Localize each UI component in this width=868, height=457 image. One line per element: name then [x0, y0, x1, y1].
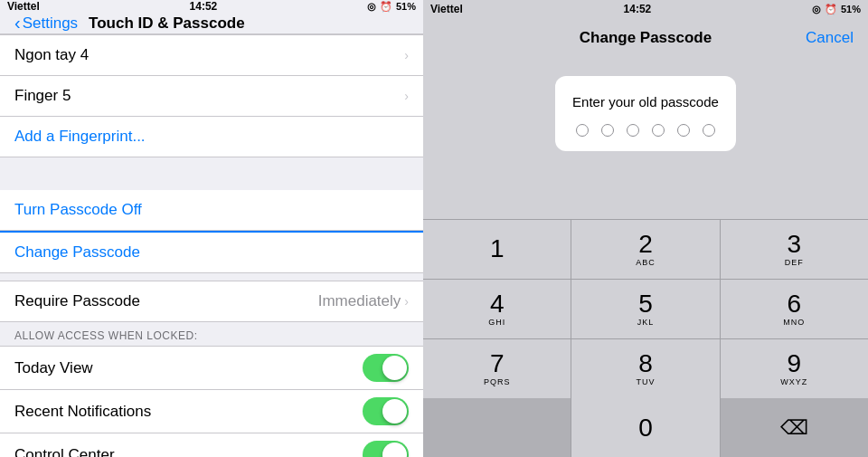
passcode-dot-5 — [677, 124, 690, 137]
finger-5-row[interactable]: Finger 5 › — [0, 76, 423, 117]
numpad-key-1[interactable]: 1 — [423, 220, 571, 279]
cancel-button[interactable]: Cancel — [806, 29, 854, 47]
time-left: 14:52 — [190, 0, 218, 13]
require-value-container: Immediately › — [318, 292, 409, 310]
status-icons-left: ◎ ⏰ 51% — [367, 1, 416, 13]
numpad-key-9-number: 9 — [788, 351, 802, 376]
control-center-toggle[interactable] — [363, 441, 409, 457]
numpad-key-6-number: 6 — [788, 291, 802, 317]
require-passcode-value: Immediately — [318, 292, 401, 310]
control-center-label: Control Center — [14, 446, 115, 458]
numpad: 1 2 ABC 3 DEF 4 GHI 5 JKL 6 MNO 7 PQRS 8 — [423, 219, 868, 398]
today-view-label: Today View — [14, 359, 93, 377]
status-bar-right: Viettel 14:52 ◎ ⏰ 51% — [423, 0, 868, 18]
settings-list: Ngon tay 4 › Finger 5 › Add a Fingerprin… — [0, 34, 423, 457]
back-button[interactable]: ‹ Settings — [14, 13, 78, 33]
passcode-dot-2 — [601, 124, 614, 137]
passcode-dialog: Enter your old passcode — [555, 76, 736, 151]
recent-notifications-toggle[interactable] — [363, 397, 409, 425]
location-icon-left: ◎ — [367, 1, 376, 13]
passcode-dot-4 — [652, 124, 665, 137]
passcode-dot-6 — [703, 124, 715, 137]
require-passcode-chevron-icon: › — [404, 294, 409, 309]
recent-notifications-label: Recent Notifications — [14, 403, 151, 421]
numpad-key-4-letters: GHI — [488, 318, 505, 327]
control-center-row[interactable]: Control Center — [0, 433, 423, 457]
carrier-left: Viettel — [7, 0, 40, 13]
change-passcode-row[interactable]: Change Passcode — [0, 231, 423, 273]
time-right: 14:52 — [624, 3, 652, 15]
battery-right: 51% — [841, 4, 861, 14]
battery-left: 51% — [396, 1, 416, 12]
add-fingerprint-label: Add a Fingerprint... — [14, 128, 146, 146]
numpad-key-3[interactable]: 3 DEF — [721, 220, 868, 279]
numpad-empty-key — [423, 398, 571, 457]
back-label[interactable]: Settings — [23, 14, 78, 33]
numpad-key-6-letters: MNO — [783, 318, 805, 327]
add-fingerprint-row[interactable]: Add a Fingerprint... — [0, 117, 423, 157]
numpad-key-3-number: 3 — [788, 232, 802, 257]
nav-title-right: Change Passcode — [580, 29, 712, 47]
numpad-bottom-row: 0 ⌫ — [423, 398, 868, 457]
nav-title-left: Touch ID & Passcode — [89, 14, 245, 33]
control-center-toggle-knob — [382, 443, 407, 457]
nav-bar-left: ‹ Settings Touch ID & Passcode — [0, 13, 423, 34]
numpad-key-0-number: 0 — [638, 415, 653, 441]
numpad-key-5-number: 5 — [638, 291, 653, 317]
require-passcode-label: Require Passcode — [14, 292, 140, 310]
change-passcode-label: Change Passcode — [14, 243, 140, 262]
status-bar-left: Viettel 14:52 ◎ ⏰ 51% — [0, 0, 423, 13]
spacer — [423, 151, 868, 219]
carrier-right: Viettel — [430, 3, 463, 15]
turn-passcode-off-label: Turn Passcode Off — [14, 201, 142, 219]
alarm-icon-right: ⏰ — [825, 4, 837, 15]
numpad-delete-key[interactable]: ⌫ — [721, 398, 868, 457]
numpad-key-4-number: 4 — [490, 291, 505, 317]
ngon-tay-4-chevron-icon: › — [404, 48, 409, 62]
nav-bar-right: Change Passcode Cancel — [423, 18, 868, 58]
turn-passcode-off-row[interactable]: Turn Passcode Off — [0, 190, 423, 231]
right-panel: Viettel 14:52 ◎ ⏰ 51% Change Passcode Ca… — [423, 0, 868, 457]
delete-icon: ⌫ — [780, 416, 808, 440]
numpad-key-4[interactable]: 4 GHI — [423, 280, 571, 338]
today-view-toggle[interactable] — [363, 354, 409, 382]
numpad-key-7-letters: PQRS — [484, 377, 511, 386]
finger-5-label: Finger 5 — [14, 87, 71, 105]
numpad-key-9[interactable]: 9 WXYZ — [721, 339, 868, 398]
alarm-icon-left: ⏰ — [380, 1, 392, 13]
numpad-key-2-letters: ABC — [636, 258, 656, 267]
numpad-key-5[interactable]: 5 JKL — [571, 280, 719, 338]
passcode-dots-container — [576, 124, 715, 137]
numpad-key-8-number: 8 — [638, 351, 653, 376]
today-view-toggle-knob — [382, 356, 407, 380]
numpad-key-7[interactable]: 7 PQRS — [423, 339, 571, 398]
back-chevron-icon: ‹ — [14, 13, 21, 33]
status-icons-right: ◎ ⏰ 51% — [812, 4, 861, 15]
passcode-dialog-title: Enter your old passcode — [572, 94, 719, 109]
numpad-key-8[interactable]: 8 TUV — [571, 339, 719, 398]
location-icon-right: ◎ — [812, 4, 821, 15]
section-gap-1 — [0, 157, 423, 190]
passcode-dot-1 — [576, 124, 589, 137]
numpad-key-6[interactable]: 6 MNO — [721, 280, 868, 338]
numpad-key-8-letters: TUV — [636, 377, 655, 386]
recent-notifications-row[interactable]: Recent Notifications — [0, 390, 423, 433]
ngon-tay-4-label: Ngon tay 4 — [14, 46, 89, 64]
numpad-key-9-letters: WXYZ — [780, 377, 807, 386]
require-passcode-row[interactable]: Require Passcode Immediately › — [0, 281, 423, 322]
recent-notifications-toggle-knob — [382, 399, 407, 424]
numpad-key-2[interactable]: 2 ABC — [571, 220, 719, 279]
today-view-row[interactable]: Today View — [0, 346, 423, 390]
finger-5-chevron-icon: › — [404, 89, 409, 103]
allow-access-header: ALLOW ACCESS WHEN LOCKED: — [0, 322, 423, 346]
section-gap-2 — [0, 273, 423, 281]
numpad-key-2-number: 2 — [638, 232, 653, 257]
numpad-key-1-number: 1 — [490, 236, 505, 262]
left-panel: Viettel 14:52 ◎ ⏰ 51% ‹ Settings Touch I… — [0, 0, 423, 457]
numpad-key-5-letters: JKL — [637, 318, 655, 327]
numpad-key-0[interactable]: 0 — [571, 398, 719, 457]
numpad-key-3-letters: DEF — [785, 258, 804, 267]
ngon-tay-4-row[interactable]: Ngon tay 4 › — [0, 34, 423, 76]
numpad-key-7-number: 7 — [490, 351, 505, 376]
passcode-dot-3 — [627, 124, 639, 137]
